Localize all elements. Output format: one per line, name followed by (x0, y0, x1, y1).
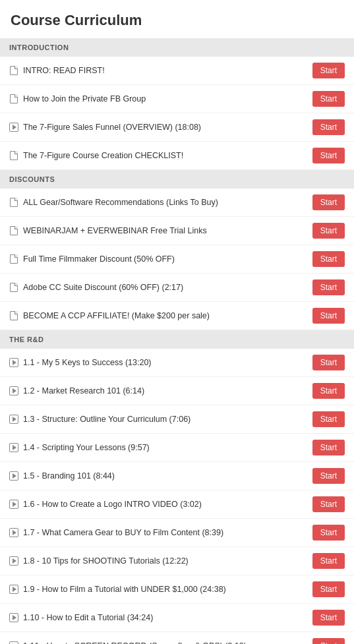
course-item: 1.7 - What Camera Gear to BUY to Film Co… (0, 519, 354, 547)
item-left: The 7-Figure Sales Funnel (OVERVIEW) (18… (9, 122, 306, 132)
item-text: How to Join the Private FB Group (23, 94, 146, 104)
start-button[interactable]: Start (312, 119, 345, 135)
item-left: 1.5 - Branding 101 (8:44) (9, 471, 306, 481)
item-left: Full Time Filmmaker Discount (50% OFF) (9, 254, 306, 264)
play-icon (9, 556, 18, 566)
start-button[interactable]: Start (312, 638, 345, 644)
item-left: BECOME A CCP AFFILIATE! (Make $200 per s… (9, 310, 306, 321)
play-icon (9, 585, 18, 594)
course-item: 1.9 - How to Film a Tutorial with UNDER … (0, 575, 354, 604)
page-title: Course Curriculum (0, 0, 354, 38)
item-text: 1.6 - How to Create a Logo INTRO VIDEO (… (23, 499, 202, 510)
item-left: 1.2 - Market Research 101 (6:14) (9, 386, 306, 396)
item-text: INTRO: READ FIRST! (23, 65, 105, 76)
item-left: 1.3 - Structure: Outline Your Curriculum… (9, 414, 306, 424)
course-item: How to Join the Private FB GroupStart (0, 85, 354, 113)
start-button[interactable]: Start (312, 581, 345, 597)
document-icon (10, 198, 18, 207)
course-item: Adobe CC Suite Discount (60% OFF) (2:17)… (0, 274, 354, 302)
start-button[interactable]: Start (312, 496, 345, 512)
start-button[interactable]: Start (312, 525, 345, 541)
item-text: ALL Gear/Software Recommendations (Links… (23, 197, 218, 208)
start-button[interactable]: Start (312, 440, 345, 455)
course-item: INTRO: READ FIRST!Start (0, 57, 354, 85)
start-button[interactable]: Start (312, 355, 345, 370)
start-button[interactable]: Start (312, 610, 345, 626)
start-button[interactable]: Start (312, 553, 345, 569)
item-text: 1.11 - How to SCREEN RECORD (Screenflow … (23, 641, 247, 644)
item-text: WEBINARJAM + EVERWEBINAR Free Trial Link… (23, 225, 207, 236)
document-icon (10, 94, 18, 103)
course-item: The 7-Figure Sales Funnel (OVERVIEW) (18… (0, 113, 354, 142)
item-left: 1.4 - Scripting Your Lessons (9:57) (9, 442, 306, 453)
item-text: 1.10 - How to Edit a Tutorial (34:24) (23, 612, 153, 623)
start-button[interactable]: Start (312, 63, 345, 78)
item-text: 1.2 - Market Research 101 (6:14) (23, 386, 144, 396)
play-icon (9, 358, 18, 367)
item-text: The 7-Figure Sales Funnel (OVERVIEW) (18… (23, 122, 201, 132)
course-item: 1.1 - My 5 Keys to Success (13:20)Start (0, 349, 354, 377)
item-left: Adobe CC Suite Discount (60% OFF) (2:17) (9, 282, 306, 293)
play-icon (9, 415, 18, 424)
item-left: 1.9 - How to Film a Tutorial with UNDER … (9, 584, 306, 595)
document-icon (10, 283, 18, 292)
start-button[interactable]: Start (312, 308, 345, 324)
start-button[interactable]: Start (312, 411, 345, 427)
play-icon (9, 443, 18, 452)
course-item: 1.5 - Branding 101 (8:44)Start (0, 462, 354, 490)
item-text: Adobe CC Suite Discount (60% OFF) (2:17) (23, 282, 183, 293)
item-left: 1.1 - My 5 Keys to Success (13:20) (9, 357, 306, 368)
course-item: 1.3 - Structure: Outline Your Curriculum… (0, 405, 354, 434)
document-icon (10, 226, 18, 235)
course-item: 1.10 - How to Edit a Tutorial (34:24)Sta… (0, 604, 354, 632)
item-left: INTRO: READ FIRST! (9, 65, 306, 76)
item-text: Full Time Filmmaker Discount (50% OFF) (23, 254, 175, 264)
section-header-introduction: INTRODUCTION (0, 38, 354, 57)
play-icon (9, 123, 18, 132)
item-text: The 7-Figure Course Creation CHECKLIST! (23, 150, 183, 161)
start-button[interactable]: Start (312, 194, 345, 210)
start-button[interactable]: Start (312, 91, 345, 107)
play-icon (9, 471, 18, 481)
item-text: BECOME A CCP AFFILIATE! (Make $200 per s… (23, 310, 210, 321)
item-left: ALL Gear/Software Recommendations (Links… (9, 197, 306, 208)
item-left: How to Join the Private FB Group (9, 94, 306, 104)
document-icon (10, 151, 18, 160)
item-text: 1.9 - How to Film a Tutorial with UNDER … (23, 584, 226, 595)
item-text: 1.8 - 10 Tips for SHOOTING Tutorials (12… (23, 556, 189, 566)
section-header-discounts: DISCOUNTS (0, 170, 354, 189)
play-icon (9, 641, 18, 644)
item-left: 1.8 - 10 Tips for SHOOTING Tutorials (12… (9, 556, 306, 566)
course-item: 1.2 - Market Research 101 (6:14)Start (0, 377, 354, 405)
item-text: 1.3 - Structure: Outline Your Curriculum… (23, 414, 191, 424)
course-item: WEBINARJAM + EVERWEBINAR Free Trial Link… (0, 217, 354, 245)
play-icon (9, 528, 18, 537)
item-left: 1.10 - How to Edit a Tutorial (34:24) (9, 612, 306, 623)
course-item: 1.11 - How to SCREEN RECORD (Screenflow … (0, 632, 354, 644)
course-item: 1.6 - How to Create a Logo INTRO VIDEO (… (0, 490, 354, 519)
document-icon (10, 254, 18, 264)
start-button[interactable]: Start (312, 223, 345, 239)
course-item: 1.4 - Scripting Your Lessons (9:57)Start (0, 434, 354, 462)
play-icon (9, 613, 18, 622)
item-text: 1.1 - My 5 Keys to Success (13:20) (23, 357, 152, 368)
section-header-the-rd: THE R&D (0, 330, 354, 349)
item-text: 1.5 - Branding 101 (8:44) (23, 471, 115, 481)
start-button[interactable]: Start (312, 148, 345, 163)
play-icon (9, 386, 18, 395)
item-left: 1.6 - How to Create a Logo INTRO VIDEO (… (9, 499, 306, 510)
item-left: 1.7 - What Camera Gear to BUY to Film Co… (9, 527, 306, 538)
start-button[interactable]: Start (312, 383, 345, 399)
start-button[interactable]: Start (312, 279, 345, 295)
course-item: BECOME A CCP AFFILIATE! (Make $200 per s… (0, 302, 354, 330)
start-button[interactable]: Start (312, 251, 345, 267)
course-item: 1.8 - 10 Tips for SHOOTING Tutorials (12… (0, 547, 354, 575)
start-button[interactable]: Start (312, 468, 345, 484)
item-text: 1.4 - Scripting Your Lessons (9:57) (23, 442, 150, 453)
document-icon (10, 311, 18, 320)
document-icon (10, 66, 18, 75)
course-item: ALL Gear/Software Recommendations (Links… (0, 189, 354, 217)
item-text: 1.7 - What Camera Gear to BUY to Film Co… (23, 527, 223, 538)
play-icon (9, 500, 18, 509)
course-item: Full Time Filmmaker Discount (50% OFF)St… (0, 245, 354, 274)
